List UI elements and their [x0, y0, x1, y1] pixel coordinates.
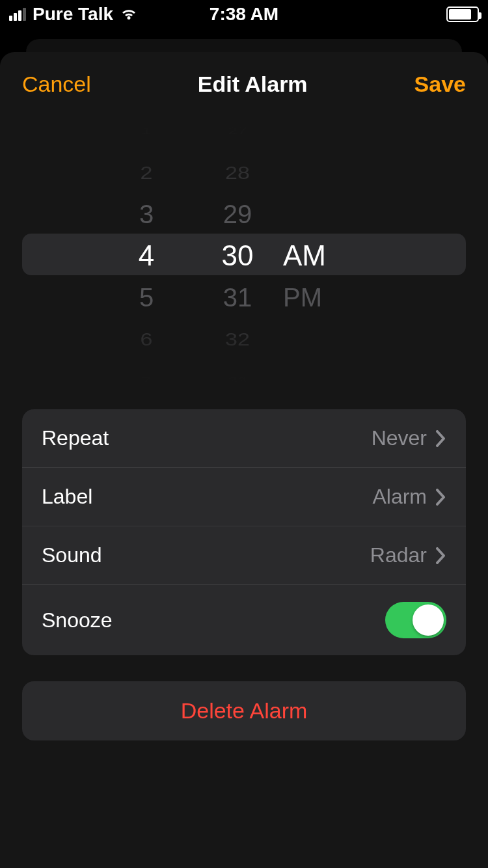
snooze-toggle[interactable] — [385, 602, 446, 638]
chevron-right-icon — [436, 430, 446, 447]
status-bar: Pure Talk 7:38 AM — [0, 0, 488, 29]
battery-icon — [446, 7, 479, 22]
alarm-settings-list: Repeat Never Label Alarm Sound Radar — [22, 409, 466, 655]
chevron-right-icon — [436, 547, 446, 564]
repeat-value: Never — [372, 426, 427, 450]
period-selected: AM — [283, 235, 387, 277]
wifi-icon — [120, 7, 138, 21]
snooze-row: Snooze — [22, 585, 466, 655]
minute-selected: 30 — [192, 235, 283, 277]
cellular-signal-icon — [9, 8, 26, 21]
sound-label: Sound — [42, 543, 102, 567]
delete-alarm-button[interactable]: Delete Alarm — [22, 681, 466, 740]
label-row[interactable]: Label Alarm — [22, 468, 466, 526]
sound-row[interactable]: Sound Radar — [22, 526, 466, 585]
chevron-right-icon — [436, 489, 446, 506]
hour-selected: 4 — [101, 235, 192, 277]
minute-wheel[interactable]: 27 28 29 30 31 32 33 — [192, 123, 283, 383]
label-label: Label — [42, 485, 92, 509]
carrier-label: Pure Talk — [33, 4, 113, 25]
repeat-row[interactable]: Repeat Never — [22, 409, 466, 468]
cancel-button[interactable]: Cancel — [22, 72, 91, 97]
hour-wheel[interactable]: 1 2 3 4 5 6 7 — [101, 123, 192, 383]
page-title: Edit Alarm — [198, 72, 308, 97]
label-value: Alarm — [372, 485, 427, 509]
period-wheel[interactable]: AM PM — [283, 123, 387, 383]
save-button[interactable]: Save — [414, 72, 466, 97]
sound-value: Radar — [370, 543, 427, 567]
repeat-label: Repeat — [42, 426, 109, 450]
time-picker[interactable]: 1 2 3 4 5 6 7 27 28 29 30 31 32 33 — [22, 123, 466, 383]
delete-section: Delete Alarm — [22, 681, 466, 740]
nav-bar: Cancel Edit Alarm Save — [0, 52, 488, 110]
edit-alarm-sheet: Cancel Edit Alarm Save 1 2 3 4 5 6 7 27 — [0, 52, 488, 868]
snooze-label: Snooze — [42, 608, 113, 632]
